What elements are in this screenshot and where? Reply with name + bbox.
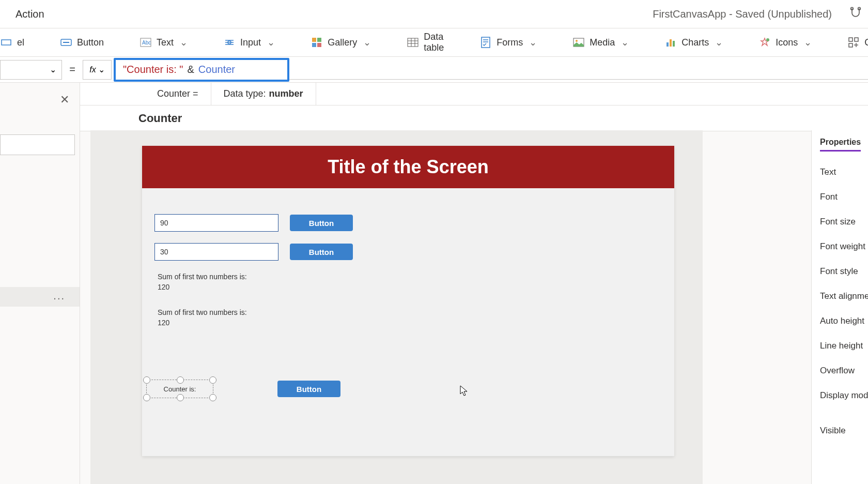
equals-sign: = [62, 64, 83, 75]
ribbon-icons-label: Icons [776, 37, 798, 48]
prop-line-height[interactable]: Line height [820, 334, 868, 358]
app-checker-icon[interactable] [848, 6, 863, 21]
ribbon-button[interactable]: Button [58, 37, 106, 48]
app-title: FirstCanvasApp - Saved (Unpublished) [653, 8, 832, 20]
cursor-icon [460, 385, 468, 397]
variable-value-cell[interactable]: Counter = [145, 83, 211, 105]
text-icon: Abc [140, 37, 151, 48]
fx-button[interactable]: fx⌄ [83, 60, 112, 80]
chevron-down-icon: ⌄ [50, 65, 56, 74]
svg-rect-4 [63, 42, 69, 43]
chevron-down-icon: ⌄ [804, 37, 812, 48]
ribbon-custom[interactable]: Custom ⌄ [845, 37, 868, 48]
ribbon-text[interactable]: Abc Text ⌄ [137, 37, 190, 48]
chevron-down-icon: ⌄ [180, 37, 188, 48]
button-2[interactable]: Button [290, 244, 353, 260]
forms-icon [480, 37, 491, 48]
resize-handle[interactable] [209, 376, 216, 384]
svg-rect-13 [312, 43, 316, 47]
ribbon-label-text: el [17, 37, 24, 48]
prop-text[interactable]: Text [820, 160, 868, 185]
ribbon-charts[interactable]: Charts ⌄ [662, 37, 725, 48]
button-3[interactable]: Button [277, 381, 340, 397]
icons-icon [759, 37, 770, 48]
properties-pane: Properties Text Font Font size Font weig… [811, 130, 868, 484]
input-icon [224, 37, 235, 48]
chevron-down-icon: ⌄ [621, 37, 629, 48]
ribbon-forms[interactable]: Forms ⌄ [477, 37, 539, 48]
prop-text-alignment[interactable]: Text alignme [820, 284, 868, 309]
prop-font-weight[interactable]: Font weight [820, 234, 868, 259]
tab-properties[interactable]: Properties [820, 134, 861, 152]
datatype-cell: Data type: number [211, 83, 316, 105]
canvas-area[interactable]: Title of the Screen Button Button Sum of… [90, 130, 703, 484]
ribbon-icons[interactable]: Icons ⌄ [756, 37, 814, 48]
prop-display-mode[interactable]: Display mod [820, 383, 868, 408]
resize-handle[interactable] [143, 394, 150, 401]
more-icon[interactable]: ··· [53, 292, 65, 304]
svg-rect-25 [667, 42, 669, 47]
counter-label-selected[interactable]: Counter is: [146, 380, 213, 398]
svg-rect-31 [849, 43, 853, 47]
tree-selected-row[interactable] [0, 287, 80, 307]
formula-input-rest[interactable] [289, 60, 868, 80]
prop-visible[interactable]: Visible [820, 418, 868, 443]
close-icon[interactable]: ✕ [60, 93, 69, 107]
prop-font[interactable]: Font [820, 185, 868, 209]
formula-input[interactable]: "Counter is: " & Counter [114, 58, 289, 82]
tab-action[interactable]: Action [16, 8, 44, 20]
svg-text:Abc: Abc [142, 40, 151, 46]
breadcrumb[interactable]: Counter [0, 105, 868, 131]
ribbon-input-label: Input [240, 37, 261, 48]
screen-title[interactable]: Title of the Screen [142, 146, 674, 188]
chevron-down-icon: ⌄ [529, 37, 537, 48]
ribbon-label[interactable]: el [0, 37, 27, 48]
svg-rect-15 [408, 38, 418, 47]
ribbon-button-label: Button [77, 37, 104, 48]
svg-rect-20 [482, 37, 490, 48]
formula-variable: Counter [198, 64, 235, 75]
text-input-2[interactable] [154, 243, 278, 261]
ribbon-datatable[interactable]: Data table [405, 32, 446, 53]
tree-search-input[interactable] [0, 134, 75, 155]
button-1[interactable]: Button [290, 215, 353, 231]
ribbon-custom-label: Custom [864, 37, 868, 48]
tree-view-pane: ✕ ··· [0, 83, 80, 484]
resize-handle[interactable] [177, 376, 184, 384]
formula-string: "Counter is: " [123, 64, 183, 75]
resize-handle[interactable] [209, 394, 216, 401]
prop-auto-height[interactable]: Auto height [820, 309, 868, 334]
svg-point-28 [766, 38, 769, 41]
svg-rect-2 [2, 40, 11, 45]
ribbon-input[interactable]: Input ⌄ [221, 37, 277, 48]
text-input-1[interactable] [154, 214, 278, 232]
chevron-down-icon: ⌄ [267, 37, 275, 48]
property-dropdown[interactable]: ⌄ [0, 60, 62, 80]
svg-rect-30 [855, 38, 858, 41]
sum-label-1[interactable]: Sum of first two numbers is: 120 [158, 272, 251, 292]
resize-handle[interactable] [143, 376, 150, 384]
datatype-label: Data type: [224, 88, 266, 99]
ribbon-gallery-label: Gallery [328, 37, 357, 48]
sum-label-2[interactable]: Sum of first two numbers is: 120 [158, 308, 251, 328]
ribbon-gallery[interactable]: Gallery ⌄ [308, 37, 374, 48]
formula-info-bar: Counter = Data type: number [0, 83, 868, 105]
prop-overflow[interactable]: Overflow [820, 358, 868, 383]
gallery-icon [311, 37, 322, 48]
svg-rect-29 [849, 38, 853, 41]
svg-point-0 [851, 7, 854, 10]
custom-icon [848, 37, 859, 48]
ribbon-media-label: Media [590, 37, 615, 48]
svg-rect-12 [317, 38, 321, 42]
screen[interactable]: Title of the Screen Button Button Sum of… [142, 146, 674, 456]
svg-point-24 [576, 40, 578, 42]
chevron-down-icon: ⌄ [363, 37, 371, 48]
insert-ribbon: el Button Abc Text ⌄ Input ⌄ Gallery ⌄ D… [0, 28, 868, 57]
fx-label: fx [89, 65, 96, 74]
counter-label-text: Counter is: [164, 385, 196, 393]
prop-font-style[interactable]: Font style [820, 259, 868, 284]
resize-handle[interactable] [177, 394, 184, 401]
ribbon-media[interactable]: Media ⌄ [570, 37, 631, 48]
title-bar: Action FirstCanvasApp - Saved (Unpublish… [0, 0, 868, 28]
prop-font-size[interactable]: Font size [820, 209, 868, 234]
